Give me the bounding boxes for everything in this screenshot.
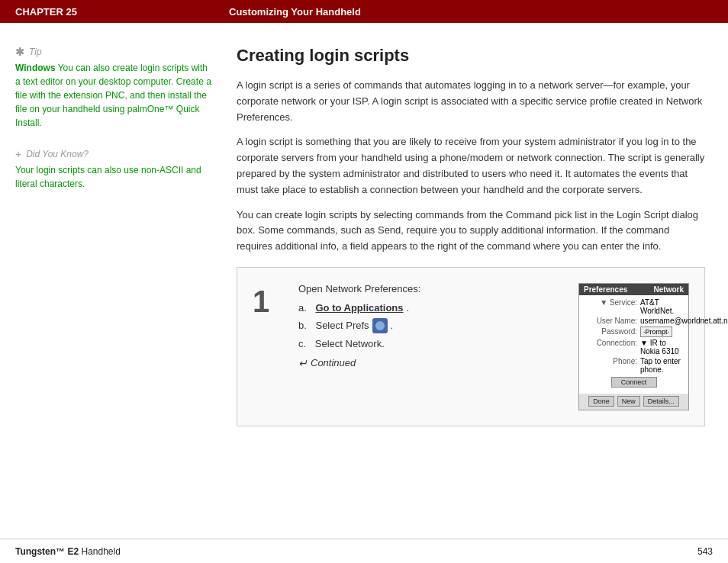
header-bar: CHAPTER 25 Customizing Your Handheld xyxy=(0,0,728,23)
network-bottom-buttons: Done New Details... xyxy=(579,394,688,410)
step-number: 1 xyxy=(253,286,283,317)
step-link-a[interactable]: Go to Applications xyxy=(315,302,403,314)
step-item-c: c. Select Network. xyxy=(298,338,563,349)
tip-marker: ✱ xyxy=(15,46,24,58)
username-value: username@worldnet.att.net xyxy=(640,317,728,325)
step-item-a: a. Go to Applications. xyxy=(298,302,563,314)
connect-button[interactable]: Connect xyxy=(611,377,657,388)
network-row-service: ▼ Service: AT&T WorldNet. xyxy=(584,298,684,315)
article-para-2: A login script is something that you are… xyxy=(237,134,705,198)
plus-marker: + xyxy=(15,148,21,160)
network-row-connection: Connection: ▼ IR to Nokia 6310 xyxy=(584,339,684,355)
did-you-know-header: + Did You Know? xyxy=(15,148,214,160)
did-you-know-section: + Did You Know? Your login scripts can a… xyxy=(15,148,214,191)
chapter-label: CHAPTER 25 xyxy=(15,6,229,18)
service-value: AT&T WorldNet. xyxy=(640,298,684,315)
done-button[interactable]: Done xyxy=(588,396,614,407)
connection-value: ▼ IR to Nokia 6310 xyxy=(640,339,684,355)
article-para-1: A login script is a series of commands t… xyxy=(237,78,705,125)
article-para-3: You can create login scripts by selectin… xyxy=(237,208,705,255)
connection-label: Connection: xyxy=(584,339,637,347)
step-instruction: Open Network Preferences: xyxy=(298,283,563,294)
step-label-a: a. xyxy=(298,302,307,314)
article-title: Creating login scripts xyxy=(237,46,705,66)
network-panel-preferences: Preferences xyxy=(584,285,627,294)
network-panel-header: Preferences Network xyxy=(579,284,688,295)
tip-windows-label: Windows xyxy=(15,63,56,73)
article: Creating login scripts A login script is… xyxy=(229,46,728,539)
continued: ↵ Continued xyxy=(298,357,563,369)
footer-product-name: Tungsten™ E2 Handheld xyxy=(15,546,121,557)
step-text-c: Select Network. xyxy=(315,338,385,349)
details-button[interactable]: Details... xyxy=(643,396,679,407)
username-label: User Name: xyxy=(584,317,637,325)
service-label: ▼ Service: xyxy=(584,298,637,307)
network-row-password: Password: ·Prompt· xyxy=(584,327,684,337)
step-label-c: c. xyxy=(298,338,306,349)
step-box: 1 Open Network Preferences: a. Go to App… xyxy=(237,267,705,426)
phone-value: Tap to enter phone. xyxy=(640,357,684,374)
did-you-know-text: Your login scripts can also use non-ASCI… xyxy=(15,163,214,191)
footer-page-number: 543 xyxy=(697,546,713,557)
network-panel: Preferences Network ▼ Service: AT&T Worl… xyxy=(578,283,689,410)
tip-label: Tip xyxy=(29,47,42,57)
network-panel-body: ▼ Service: AT&T WorldNet. User Name: use… xyxy=(579,295,688,394)
chapter-title: Customizing Your Handheld xyxy=(229,6,361,18)
prefs-icon xyxy=(372,318,388,333)
main-content: ✱ Tip Windows You can also create login … xyxy=(0,23,728,539)
continued-arrow-icon: ↵ xyxy=(298,357,308,369)
network-panel-network: Network xyxy=(654,285,684,294)
step-content: Open Network Preferences: a. Go to Appli… xyxy=(298,283,563,369)
password-label: Password: xyxy=(584,327,637,336)
network-row-phone: Phone: Tap to enter phone. xyxy=(584,357,684,374)
phone-label: Phone: xyxy=(584,357,637,365)
step-label-b: b. xyxy=(298,320,307,331)
tip-section: ✱ Tip Windows You can also create login … xyxy=(15,46,214,130)
tip-header: ✱ Tip xyxy=(15,46,214,58)
step-text-b: Select Prefs xyxy=(315,320,369,331)
footer: Tungsten™ E2 Handheld 543 xyxy=(0,539,728,563)
did-you-know-label: Did You Know? xyxy=(26,149,89,159)
tip-text: Windows You can also create login script… xyxy=(15,61,214,130)
step-item-b: b. Select Prefs . xyxy=(298,318,563,333)
password-value: ·Prompt· xyxy=(640,327,672,337)
footer-product-bold: Tungsten™ E2 xyxy=(15,546,79,557)
sidebar: ✱ Tip Windows You can also create login … xyxy=(0,46,229,539)
new-button[interactable]: New xyxy=(617,396,640,407)
continued-label: Continued xyxy=(311,357,356,368)
network-row-username: User Name: username@worldnet.att.net xyxy=(584,317,684,325)
